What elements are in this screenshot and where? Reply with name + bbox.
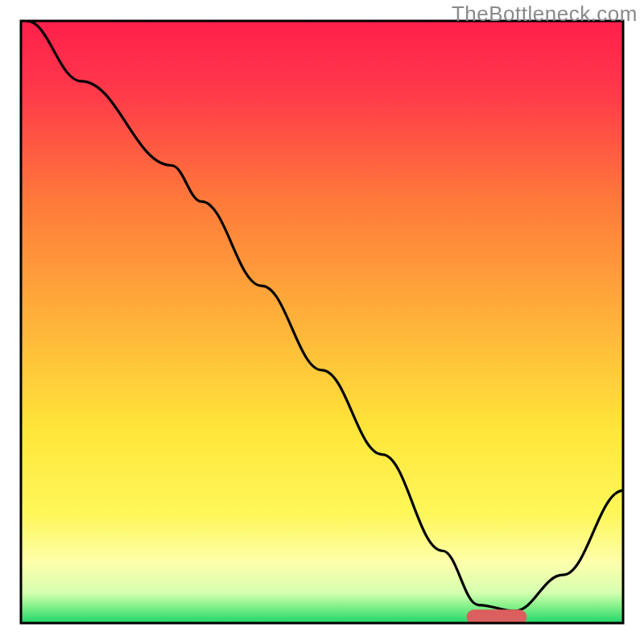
watermark-text: TheBottleneck.com xyxy=(452,2,638,27)
chart-background-gradient xyxy=(21,21,623,623)
chart-svg xyxy=(0,0,644,644)
chart-container: TheBottleneck.com xyxy=(0,0,644,644)
